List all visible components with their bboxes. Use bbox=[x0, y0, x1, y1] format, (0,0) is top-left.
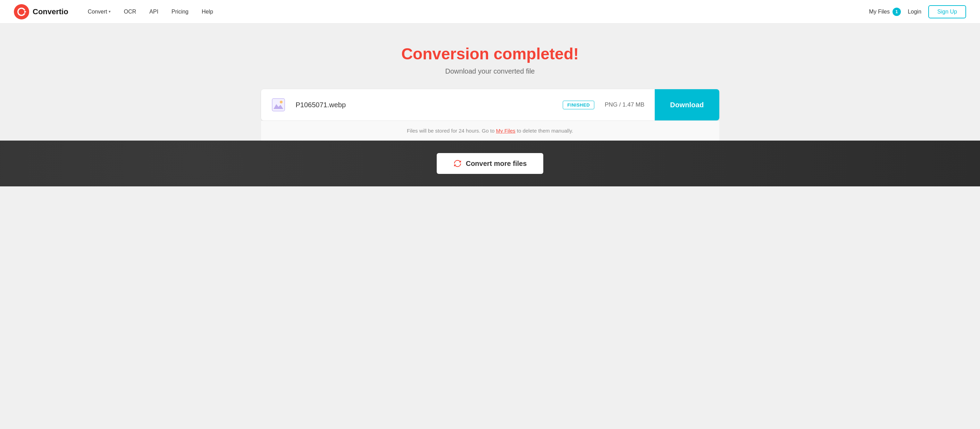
convert-more-section: Convert more files bbox=[0, 141, 980, 186]
my-files-link[interactable]: My Files bbox=[496, 128, 515, 133]
hero-subtitle: Download your converted file bbox=[14, 67, 966, 75]
convert-more-button[interactable]: Convert more files bbox=[437, 153, 544, 174]
file-name: P1065071.webp bbox=[296, 101, 563, 109]
signup-button[interactable]: Sign Up bbox=[928, 5, 966, 18]
bottom-space bbox=[0, 186, 980, 214]
svg-point-0 bbox=[14, 4, 29, 19]
logo-icon bbox=[14, 4, 29, 19]
file-status-badge: FINISHED bbox=[563, 101, 594, 109]
my-files-label: My Files bbox=[869, 9, 890, 15]
file-section: P1065071.webp FINISHED PNG / 1.47 MB Dow… bbox=[247, 89, 733, 141]
refresh-icon bbox=[453, 159, 462, 168]
header: Convertio Convert ▾ OCR API Pricing Help… bbox=[0, 0, 980, 24]
download-button[interactable]: Download bbox=[655, 89, 719, 121]
storage-text-after: to delete them manually. bbox=[515, 128, 573, 133]
my-files-badge: 1 bbox=[892, 8, 901, 16]
hero-section: Conversion completed! Download your conv… bbox=[0, 24, 980, 89]
chevron-down-icon: ▾ bbox=[109, 10, 111, 14]
storage-text-before: Files will be stored for 24 hours. Go to bbox=[407, 128, 496, 133]
logo[interactable]: Convertio bbox=[14, 4, 68, 19]
nav-convert[interactable]: Convert ▾ bbox=[82, 6, 116, 18]
nav-api[interactable]: API bbox=[144, 6, 164, 18]
logo-text: Convertio bbox=[33, 7, 68, 16]
file-card: P1065071.webp FINISHED PNG / 1.47 MB Dow… bbox=[261, 89, 719, 121]
storage-notice: Files will be stored for 24 hours. Go to… bbox=[261, 121, 719, 141]
svg-point-4 bbox=[280, 101, 283, 103]
page-title: Conversion completed! bbox=[14, 44, 966, 63]
file-meta: PNG / 1.47 MB bbox=[605, 101, 644, 108]
file-type-icon bbox=[271, 97, 286, 113]
svg-rect-2 bbox=[272, 99, 285, 111]
my-files-button[interactable]: My Files 1 bbox=[869, 8, 901, 16]
main-nav: Convert ▾ OCR API Pricing Help bbox=[82, 6, 869, 18]
nav-pricing[interactable]: Pricing bbox=[166, 6, 194, 18]
convert-more-label: Convert more files bbox=[466, 160, 527, 168]
header-right: My Files 1 Login Sign Up bbox=[869, 5, 966, 18]
nav-help[interactable]: Help bbox=[196, 6, 219, 18]
login-button[interactable]: Login bbox=[908, 9, 921, 15]
nav-ocr[interactable]: OCR bbox=[118, 6, 142, 18]
file-icon-area bbox=[261, 97, 296, 113]
main-content: Conversion completed! Download your conv… bbox=[0, 24, 980, 429]
